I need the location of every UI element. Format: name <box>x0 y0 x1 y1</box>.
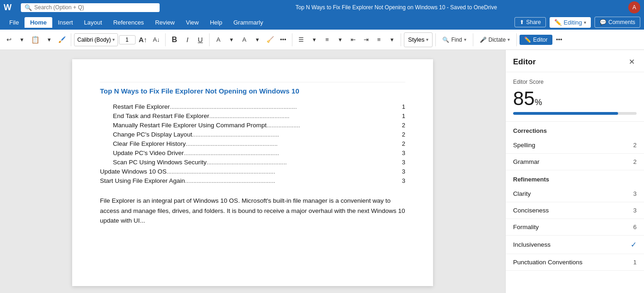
toc-dots-2: ........................................… <box>209 112 399 119</box>
font-size-down[interactable]: A↓ <box>150 32 162 47</box>
clipboard-button[interactable]: 📋 <box>29 32 42 47</box>
tab-review[interactable]: Review <box>149 17 180 28</box>
ribbon-right-actions: ⬆ Share ✏️ Editing ▾ 💬 Comments <box>514 17 640 28</box>
formality-row[interactable]: Formality 6 <box>506 219 644 236</box>
editing-button[interactable]: ✏️ Editing ▾ <box>550 17 591 28</box>
punctuation-label: Punctuation Conventions <box>513 259 582 266</box>
refinements-header: Refinements <box>506 170 644 186</box>
search-input[interactable] <box>34 4 145 11</box>
toc-dots-3: .................... <box>266 122 399 129</box>
toc-num-3: 2 <box>402 122 405 129</box>
score-bar <box>513 112 637 115</box>
app-logo: W <box>4 3 12 12</box>
chevron-down-icon: ▾ <box>426 37 428 42</box>
format-painter[interactable]: 🖌️ <box>56 32 68 47</box>
search-icon: 🔍 <box>25 4 32 11</box>
toc-dots-5: ........................................… <box>186 140 399 147</box>
clipboard-dropdown[interactable]: ▾ <box>43 32 55 47</box>
font-size-input[interactable] <box>119 35 136 44</box>
clarity-count: 3 <box>633 190 637 197</box>
font-color-dropdown[interactable]: ▾ <box>251 32 263 47</box>
toc-dots-8: ........................................… <box>167 168 399 175</box>
conciseness-count: 3 <box>633 207 637 214</box>
undo-button[interactable]: ↩ <box>3 32 15 47</box>
score-label: Editor Score <box>513 79 637 85</box>
styles-label: Styles <box>408 36 424 43</box>
punctuation-row[interactable]: Punctuation Conventions 1 <box>506 254 644 271</box>
share-button[interactable]: ⬆ Share <box>514 17 546 27</box>
bullet-list-dropdown[interactable]: ▾ <box>308 32 320 47</box>
grammar-row[interactable]: Grammar 2 <box>506 154 644 170</box>
toc-label-1: Restart File Explorer <box>113 103 170 110</box>
more-options[interactable]: ••• <box>277 32 289 47</box>
chevron-down-icon: ▾ <box>112 37 115 42</box>
highlight-button[interactable]: A <box>212 32 224 47</box>
toc-item-9: Start Using File Explorer Again ........… <box>100 177 405 184</box>
tab-view[interactable]: View <box>180 17 204 28</box>
toc-dots-9: ........................................… <box>185 177 399 184</box>
bold-button[interactable]: B <box>168 32 180 47</box>
comments-label: Comments <box>608 19 635 25</box>
inclusiveness-row[interactable]: Inclusiveness ✓ <box>506 236 644 254</box>
chevron-down-icon: ▾ <box>508 37 510 42</box>
tab-file[interactable]: File <box>4 17 25 28</box>
tab-layout[interactable]: Layout <box>79 17 108 28</box>
search-box[interactable]: 🔍 <box>21 3 160 12</box>
separator-6 <box>435 33 436 46</box>
score-bar-fill <box>513 112 618 115</box>
spelling-row[interactable]: Spelling 2 <box>506 137 644 154</box>
toc-num-4: 2 <box>402 131 405 138</box>
separator-3 <box>209 33 210 46</box>
dictate-label: Dictate <box>489 37 506 43</box>
separator-4 <box>292 33 292 46</box>
document-area[interactable]: Top N Ways to Fix File Explorer Not Open… <box>0 50 505 293</box>
find-button[interactable]: 🔍 Find ▾ <box>439 32 470 47</box>
separator-5 <box>401 33 401 46</box>
toc-dots-6: ........................................… <box>184 150 399 156</box>
italic-button[interactable]: I <box>181 32 193 47</box>
more-tools[interactable]: ••• <box>553 32 565 47</box>
ruler <box>100 78 405 82</box>
decrease-indent[interactable]: ⇤ <box>347 32 359 47</box>
avatar[interactable]: A <box>628 1 640 13</box>
undo-dropdown[interactable]: ▾ <box>16 32 28 47</box>
toc-label-4: Change PC's Display Layout <box>113 131 192 138</box>
dictate-button[interactable]: 🎤 Dictate ▾ <box>476 32 514 47</box>
toc-num-9: 3 <box>402 177 405 184</box>
share-icon: ⬆ <box>520 19 524 25</box>
tab-references[interactable]: References <box>108 17 149 28</box>
close-button[interactable]: ✕ <box>627 56 637 67</box>
highlight-dropdown[interactable]: ▾ <box>225 32 237 47</box>
toc-num-7: 3 <box>402 159 405 166</box>
number-list-dropdown[interactable]: ▾ <box>334 32 346 47</box>
score-percent: % <box>535 98 542 107</box>
share-label: Share <box>526 19 541 25</box>
toc-item-5: Clear File Explorer History ............… <box>100 140 405 147</box>
align-button[interactable]: ≡ <box>373 32 385 47</box>
align-dropdown[interactable]: ▾ <box>386 32 398 47</box>
clarity-row[interactable]: Clarity 3 <box>506 186 644 202</box>
toc: Restart File Explorer ..................… <box>100 103 405 184</box>
font-family-value: Calibri (Body) <box>77 37 111 43</box>
number-list-button[interactable]: ≡ <box>321 32 333 47</box>
underline-button[interactable]: U <box>194 32 206 47</box>
styles-button[interactable]: Styles ▾ <box>404 32 433 47</box>
bullet-list-button[interactable]: ☰ <box>295 32 307 47</box>
toc-label-2: End Task and Restart File Explorer <box>113 112 209 119</box>
conciseness-row[interactable]: Conciseness 3 <box>506 202 644 219</box>
font-family-dropdown[interactable]: Calibri (Body) ▾ <box>74 33 118 46</box>
font-size-up[interactable]: A↑ <box>136 32 149 47</box>
toc-label-5: Clear File Explorer History <box>113 140 186 147</box>
tab-home[interactable]: Home <box>25 17 52 28</box>
increase-indent[interactable]: ⇥ <box>360 32 372 47</box>
toc-item-2: End Task and Restart File Explorer .....… <box>100 112 405 119</box>
clear-format-button[interactable]: 🧹 <box>264 32 276 47</box>
tab-grammarly[interactable]: Grammarly <box>228 17 268 28</box>
toc-label-8: Update Windows 10 OS <box>100 168 167 175</box>
pencil-icon: ✏️ <box>554 19 562 26</box>
tab-help[interactable]: Help <box>204 17 228 28</box>
tab-insert[interactable]: Insert <box>52 17 79 28</box>
comments-button[interactable]: 💬 Comments <box>594 17 640 28</box>
font-color-button[interactable]: A <box>238 32 250 47</box>
editor-button[interactable]: ✏️ Editor <box>520 35 552 45</box>
